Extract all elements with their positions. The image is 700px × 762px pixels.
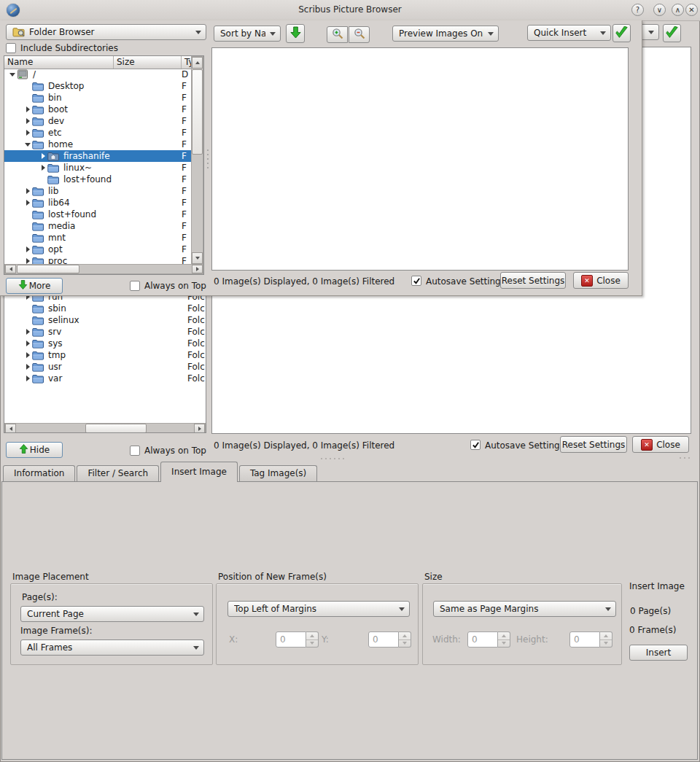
position-combo[interactable]: Top Left of Margins — [228, 601, 410, 617]
tree-row[interactable]: sbinFolc — [4, 303, 206, 314]
tree-row[interactable]: /D — [4, 69, 191, 80]
tree-row[interactable]: varFolc — [4, 373, 206, 384]
tree-row[interactable]: firashanifeF — [4, 150, 191, 162]
spin-down-icon[interactable] — [498, 640, 510, 648]
shade-window-button[interactable]: ∨ — [653, 4, 666, 16]
tree-row[interactable]: DesktopF — [4, 80, 191, 92]
width-spinner[interactable]: 0 — [467, 631, 510, 648]
main-reset-settings-button[interactable]: Reset Settings — [560, 436, 627, 453]
source-selector-combo[interactable]: Folder Browser — [6, 24, 206, 40]
folder-tree[interactable]: Name Size Ty /DDesktopFbinFbootFdevFetcF… — [4, 55, 204, 275]
expand-arrow-icon[interactable] — [23, 118, 32, 124]
tree-row[interactable]: libF — [4, 185, 191, 197]
x-value[interactable]: 0 — [276, 631, 306, 648]
unshade-window-button[interactable]: ∧ — [672, 4, 684, 16]
tree-row[interactable]: tmpFolc — [4, 349, 206, 361]
height-value[interactable]: 0 — [569, 631, 600, 648]
y-value[interactable]: 0 — [368, 631, 399, 648]
expand-arrow-icon[interactable] — [23, 376, 32, 381]
tree-row[interactable]: devF — [4, 115, 191, 127]
image-frames-combo[interactable]: All Frames — [20, 639, 204, 656]
titlebar[interactable]: Scribus Picture Browser ? ∨ ∧ ✕ — [0, 0, 700, 21]
expand-arrow-icon[interactable] — [39, 165, 47, 171]
spin-up-icon[interactable] — [600, 632, 612, 640]
main-autosave-checkbox[interactable] — [470, 440, 481, 450]
main-always-on-top-checkbox[interactable] — [130, 446, 140, 456]
tab-tag-image-s[interactable]: Tag Image(s) — [239, 465, 317, 482]
scroll-right-icon[interactable] — [194, 424, 205, 433]
expand-arrow-icon[interactable] — [23, 246, 32, 252]
scroll-right-icon[interactable] — [192, 265, 203, 273]
include-subdirectories-checkbox[interactable] — [6, 43, 16, 53]
action-combo[interactable]: Quick Insert — [527, 25, 611, 41]
main-close-button[interactable]: ✕ Close — [632, 436, 689, 453]
autosave-checkbox[interactable] — [411, 276, 421, 286]
width-value[interactable]: 0 — [467, 631, 498, 648]
tree-vscrollbar[interactable] — [191, 56, 203, 264]
expand-arrow-icon[interactable] — [23, 200, 32, 206]
tree-row[interactable]: optF — [4, 244, 191, 255]
tree-row[interactable]: etcF — [4, 127, 191, 139]
main-tree-hscrollbar[interactable] — [4, 423, 206, 433]
spin-up-icon[interactable] — [399, 632, 411, 640]
expand-arrow-icon[interactable] — [23, 130, 32, 136]
pages-combo[interactable]: Current Page — [20, 606, 204, 622]
tree-row[interactable]: homeF — [4, 139, 191, 150]
tab-information[interactable]: Information — [3, 465, 75, 482]
scrollbar-thumb[interactable] — [17, 265, 79, 273]
scroll-up-icon[interactable] — [192, 57, 203, 69]
overlay-always-on-top-checkbox[interactable] — [130, 281, 140, 291]
expand-arrow-icon[interactable] — [8, 73, 17, 77]
spin-down-icon[interactable] — [306, 640, 318, 648]
height-spinner[interactable]: 0 — [569, 631, 612, 648]
expand-arrow-icon[interactable] — [23, 188, 32, 194]
y-spinner[interactable]: 0 — [368, 631, 411, 648]
hide-button[interactable]: Hide — [6, 442, 63, 458]
image-preview-area[interactable] — [211, 47, 629, 271]
expand-arrow-icon[interactable] — [23, 352, 32, 358]
insert-button[interactable]: Insert — [629, 645, 688, 661]
tree-row[interactable]: linux~F — [4, 162, 191, 174]
scroll-down-icon[interactable] — [192, 252, 203, 264]
tree-row[interactable]: procF — [4, 255, 191, 264]
tree-row[interactable]: sysFolc — [4, 338, 206, 349]
column-type[interactable]: Ty — [182, 56, 192, 69]
expand-arrow-icon[interactable] — [39, 153, 47, 159]
close-button[interactable]: ✕ Close — [573, 272, 629, 289]
scroll-left-icon[interactable] — [5, 424, 16, 433]
main-apply-button[interactable] — [663, 24, 681, 42]
tree-row[interactable]: usrFolc — [4, 361, 206, 373]
expand-arrow-icon[interactable] — [23, 143, 32, 147]
column-name[interactable]: Name — [4, 56, 114, 69]
expand-arrow-icon[interactable] — [23, 341, 32, 346]
reset-settings-button[interactable]: Reset Settings — [500, 272, 566, 289]
splitter-handle[interactable] — [207, 148, 209, 170]
more-button[interactable]: More — [6, 278, 63, 294]
spinner-buttons[interactable] — [600, 631, 612, 648]
spin-down-icon[interactable] — [600, 640, 612, 648]
close-window-button[interactable]: ✕ — [685, 4, 698, 16]
x-spinner[interactable]: 0 — [276, 631, 319, 648]
spinner-buttons[interactable] — [399, 631, 411, 648]
tree-hscrollbar[interactable] — [4, 264, 203, 274]
tree-row[interactable]: mediaF — [4, 220, 191, 232]
expand-arrow-icon[interactable] — [23, 258, 32, 264]
tree-row[interactable]: binF — [4, 92, 191, 104]
zoom-in-button[interactable] — [327, 26, 348, 43]
expand-arrow-icon[interactable] — [23, 106, 32, 112]
tree-row[interactable]: srvFolc — [4, 326, 206, 338]
tree-row[interactable]: lost+foundF — [4, 174, 191, 185]
download-button[interactable] — [286, 24, 305, 43]
spinner-buttons[interactable] — [498, 631, 510, 648]
preview-mode-combo[interactable]: Preview Images Only — [392, 26, 499, 42]
spin-up-icon[interactable] — [306, 632, 318, 640]
tree-row[interactable]: bootF — [4, 104, 191, 115]
scrollbar-thumb[interactable] — [192, 69, 203, 155]
expand-arrow-icon[interactable] — [23, 364, 32, 370]
scroll-left-icon[interactable] — [5, 265, 16, 273]
help-window-button[interactable]: ? — [631, 4, 644, 16]
tab-filter-search[interactable]: Filter / Search — [77, 465, 159, 482]
tree-header[interactable]: Name Size Ty — [4, 56, 203, 69]
scrollbar-thumb[interactable] — [85, 424, 147, 433]
tree-row[interactable]: selinuxFolc — [4, 314, 206, 326]
